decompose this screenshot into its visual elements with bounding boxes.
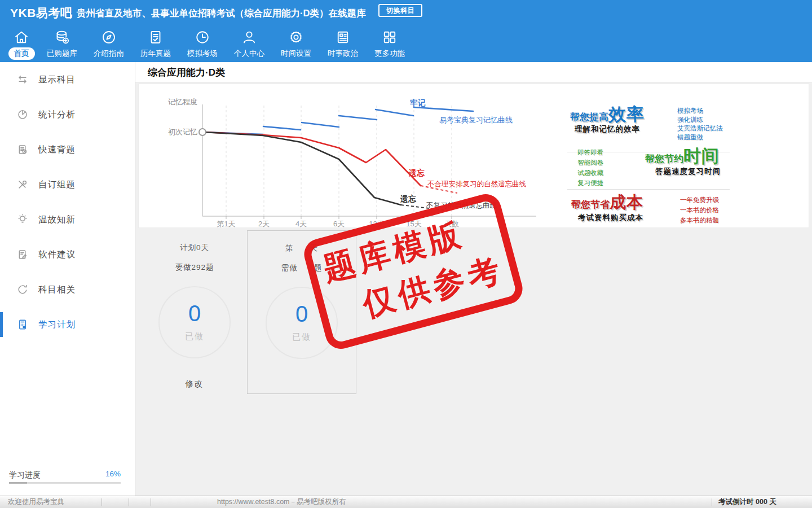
promo-list-cost: 一年免费升级一本书的价格多本书的精髓 [680, 195, 719, 225]
grid-icon [381, 28, 399, 46]
sidebar-item-docfast[interactable]: 快速背题 [0, 132, 135, 167]
plan-total-questions: 要做292题 [144, 262, 245, 273]
promo-list-time: 即答即看智能阅卷试题收藏复习便捷 [577, 147, 603, 188]
promo-subtitle-cost: 考试资料购买成本 [578, 213, 643, 223]
subject-icon [16, 283, 29, 296]
nav-item-compass[interactable]: 介绍指南 [88, 25, 130, 60]
sidebar-item-label: 显示科目 [38, 74, 76, 86]
study-progress-label: 学习进度 [9, 470, 41, 479]
page-title: 综合应用能力·D类 [148, 62, 225, 83]
status-divider [129, 498, 129, 506]
sidebar-item-tools[interactable]: 自订组题 [0, 167, 135, 202]
study-progress-value: 16% [105, 470, 121, 478]
status-divider [102, 498, 102, 506]
bulb-icon [16, 213, 29, 226]
sidebar-item-docedit[interactable]: 软件建议 [0, 237, 135, 272]
promo-heading-efficiency: 帮您提高效率 [570, 103, 645, 126]
promo-divider-2 [567, 189, 730, 190]
study-progress: 学习进度 16% [9, 470, 121, 480]
svg-text:2天: 2天 [258, 220, 270, 227]
nav-item-paper[interactable]: 历年真题 [135, 25, 176, 60]
promo-list-item: 模拟考场 [677, 107, 723, 116]
nav-item-news[interactable]: 时事政治 [322, 25, 364, 60]
home-icon [12, 28, 30, 46]
calc-icon [16, 318, 29, 331]
docfast-icon [16, 143, 29, 156]
svg-text:易考宝典复习记忆曲线: 易考宝典复习记忆曲线 [439, 116, 513, 124]
nav-item-grid[interactable]: 更多功能 [369, 25, 411, 60]
study-progress-fill [9, 482, 27, 484]
promo-list-item: 试题收藏 [577, 168, 603, 178]
sidebar-item-pie[interactable]: 统计分析 [0, 97, 135, 132]
switch-subject-button[interactable]: 切换科目 [378, 4, 422, 17]
gear-icon [287, 28, 305, 46]
promo-list-item: 智能阅卷 [577, 157, 603, 168]
nav-item-home[interactable]: 首页 [7, 25, 36, 60]
svg-text:牢记: 牢记 [410, 98, 426, 107]
promo-list-item: 错题重做 [677, 133, 723, 142]
study-progress-bar [9, 482, 121, 484]
status-divider [712, 498, 712, 506]
promo-list-item: 复习便捷 [577, 178, 603, 188]
promo-heading-cost: 帮您节省成本 [571, 191, 643, 214]
nav-item-database[interactable]: 已购题库 [41, 25, 83, 60]
exam-countdown: 考试倒计时 000 天 [718, 496, 776, 508]
promo-list-item: 艾宾浩斯记忆法 [677, 124, 723, 133]
nav-item-label: 时间设置 [275, 47, 317, 60]
status-copyright: https://www.etest8.com－易考吧版权所有 [217, 496, 346, 508]
nav-item-label: 时事政治 [322, 47, 364, 60]
sidebar-item-label: 学习计划 [38, 319, 76, 331]
promo-list-item: 一本书的价格 [680, 205, 719, 215]
promo-heading-time: 帮您节约时间 [645, 144, 720, 168]
sidebar-item-label: 温故知新 [38, 214, 76, 226]
sidebar-item-label: 科目相关 [38, 284, 76, 296]
sidebar-item-label: 自订组题 [38, 179, 76, 191]
promo-list-item: 强化训练 [677, 116, 723, 125]
nav-item-label: 已购题库 [41, 47, 83, 60]
status-welcome: 欢迎使用易考宝典 [8, 496, 64, 508]
pie-icon [16, 108, 29, 121]
nav-item-label: 介绍指南 [88, 47, 130, 60]
sidebar-item-calc[interactable]: 学习计划 [0, 307, 135, 342]
promo-list-efficiency: 模拟考场强化训练艾宾浩斯记忆法错题重做 [677, 107, 723, 142]
promo-list-item: 一年免费升级 [680, 195, 719, 205]
study-plan-card: 计划0天 要做292题 0 已做 修改 [144, 230, 245, 395]
nav-item-label: 首页 [8, 47, 35, 60]
modify-plan-button[interactable]: 修改 [186, 379, 204, 389]
sidebar-item-subject[interactable]: 科目相关 [0, 272, 135, 307]
svg-text:遗忘: 遗忘 [400, 194, 417, 203]
plan-days: 计划0天 [144, 243, 245, 253]
nav-item-label: 历年真题 [135, 47, 176, 60]
user-icon [240, 28, 258, 46]
tools-icon [16, 178, 29, 191]
plan-done-count: 0 [160, 301, 230, 326]
plan-done-circle: 0 已做 [158, 286, 231, 358]
svg-text:遗忘: 遗忘 [408, 168, 425, 177]
sidebar-item-bulb[interactable]: 温故知新 [0, 202, 135, 237]
status-divider [151, 498, 151, 506]
promo-heading-big: 时间 [683, 146, 720, 166]
brand-separator [70, 7, 71, 19]
sidebar-item-swap[interactable]: 显示科目 [0, 62, 135, 97]
database-icon [53, 28, 71, 46]
svg-text:不合理安排复习的自然遗忘曲线: 不合理安排复习的自然遗忘曲线 [427, 180, 526, 188]
nav-item-clock[interactable]: 模拟考场 [182, 25, 223, 60]
paper-icon [147, 28, 165, 46]
compass-icon [100, 28, 118, 46]
swap-icon [16, 73, 29, 86]
promo-list-item: 即答即看 [577, 147, 603, 157]
sidebar-item-label: 快速背题 [38, 144, 76, 156]
plan-done-label: 已做 [160, 331, 230, 342]
app-title: 贵州省直及地市、县事业单位招聘考试（综合应用能力·D类）在线题库 [77, 0, 365, 26]
promo-heading-big: 成本 [610, 193, 643, 211]
nav-item-gear[interactable]: 时间设置 [275, 25, 317, 60]
clock-icon [193, 28, 211, 46]
nav-item-user[interactable]: 个人中心 [228, 25, 270, 60]
news-icon [334, 28, 352, 46]
nav-item-label: 更多功能 [369, 47, 411, 60]
page-title-row: 综合应用能力·D类 [135, 62, 812, 83]
sidebar-item-label: 统计分析 [38, 109, 76, 121]
docedit-icon [16, 248, 29, 261]
app-window: { "topbar": { "logo": "YKB易考吧", "title":… [0, 0, 812, 508]
promo-heading-prefix: 帮您节省 [571, 199, 610, 210]
